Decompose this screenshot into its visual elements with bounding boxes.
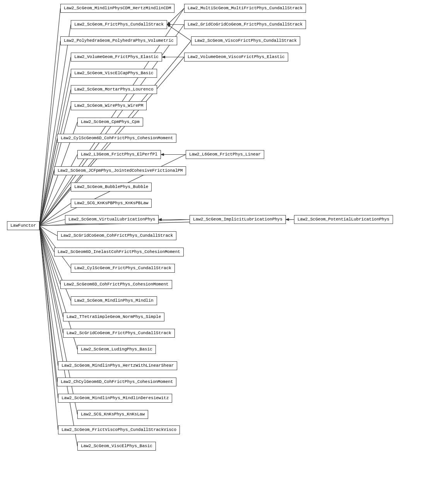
node-n27: Law2_TTetraSimpleGeom_NormPhys_Simple — [63, 313, 164, 321]
node-n25: Law2_ScGeom6D_CohFrictPhys_CohesionMomen… — [60, 280, 172, 289]
node-n5: Law2_PolyhedraGeom_PolyhedraPhys_Volumet… — [60, 36, 177, 45]
node-n24: Law2_CylScGeom_FrictPhys_CundallStrack — [71, 264, 175, 273]
node-n11: Law2_ScGeom_WirePhys_WirePM — [71, 101, 147, 110]
node-n26: Law2_ScGeom_MindlinPhys_Mindlin — [71, 296, 157, 305]
node-lawfunctor: LawFunctor — [7, 221, 39, 230]
node-n10: Law2_ScGeom_MortarPhys_Lourenco — [71, 85, 157, 94]
node-n23: Law2_ScGeom6D_InelastCohFrictPhys_Cohesi… — [54, 248, 184, 256]
node-n30: Law2_ScGeom_MindlinPhys_HertzWithLinearS… — [58, 361, 177, 370]
node-n12: Law2_ScGeom_CpmPhys_Cpm — [77, 118, 143, 126]
node-n13: Law2_CylScGeom6D_CohFrictPhys_CohesionMo… — [57, 134, 176, 143]
svg-line-29 — [39, 226, 58, 366]
node-n19: Law2_ScGeom_VirtualLubricationPhys — [65, 215, 159, 224]
node-n29: Law2_ScGeom_LudingPhys_Basic — [77, 345, 156, 354]
svg-line-4 — [39, 41, 60, 226]
node-n18: Law2_SCG_KnKsPBPhys_KnKsPBLaw — [71, 199, 152, 208]
node-n1: Law2_ScGeom_MindlinPhysCDM_HertzMindlinC… — [60, 4, 174, 13]
svg-line-2 — [39, 25, 71, 226]
svg-line-10 — [39, 106, 71, 226]
node-n6: Law2_ScGeom_ViscoFrictPhys_CundallStrack — [191, 36, 300, 45]
node-n28: Law2_ScGridCoGeom_FrictPhys_CundallStrac… — [63, 329, 175, 338]
svg-line-8 — [39, 73, 71, 226]
node-n16: Law2_ScGeom_JCFpmPhys_JointedCohesiveFri… — [54, 166, 186, 175]
node-n31: Law2_ChCylGeom6D_CohFrictPhys_CohesionMo… — [57, 378, 176, 386]
node-n9: Law2_ScGeom_ViscElCapPhys_Basic — [71, 69, 157, 78]
node-n2: Law2_MultiScGeom_MultiFrictPhys_CundallS… — [184, 4, 306, 13]
node-n8: Law2_VolumeGeom_ViscoFrictPhys_Elastic — [184, 53, 288, 62]
svg-line-9 — [39, 90, 71, 226]
node-n3: Law2_ScGeom_FrictPhys_CundallStrack — [71, 20, 167, 29]
svg-line-18 — [39, 220, 65, 226]
node-n7: Law2_VolumeGeom_FrictPhys_Elastic — [71, 53, 162, 62]
node-n32: Law2_ScGeom_MindlinPhys_MindlinDeresiewi… — [58, 394, 172, 403]
node-n21: Law2_ScGeom_PotentialLubricationPhys — [294, 215, 393, 224]
node-n17: Law2_ScGeom_BubblePhys_Bubble — [71, 183, 152, 191]
diagram-canvas: LawFunctorLaw2_ScGeom_MindlinPhysCDM_Her… — [0, 0, 441, 504]
node-n35: Law2_ScGeom_ViscElPhys_Basic — [77, 442, 156, 451]
node-n20: Law2_ScGeom_ImplicitLubricationPhys — [190, 215, 286, 224]
node-n14: Law2_L3Geom_FrictPhys_ElPerfPl — [77, 150, 161, 159]
svg-line-21 — [39, 226, 57, 236]
svg-line-22 — [39, 226, 54, 252]
svg-line-12 — [39, 138, 57, 226]
svg-line-27 — [39, 226, 63, 333]
node-n33: Law2_SCG_KnKsPhys_KnKsLaw — [77, 410, 148, 419]
node-n4: Law2_GridCoGridCoGeom_FrictPhys_CundallS… — [184, 20, 306, 29]
node-n34: Law2_ScGeom_FrictViscoPhys_CundallStrack… — [58, 425, 180, 434]
node-n22: Law2_ScGridCoGeom_CohFrictPhys_CundallSt… — [57, 231, 176, 240]
node-n15: Law2_L6Geom_FrictPhys_Linear — [186, 150, 264, 159]
svg-line-0 — [39, 9, 60, 226]
svg-line-15 — [39, 171, 54, 226]
